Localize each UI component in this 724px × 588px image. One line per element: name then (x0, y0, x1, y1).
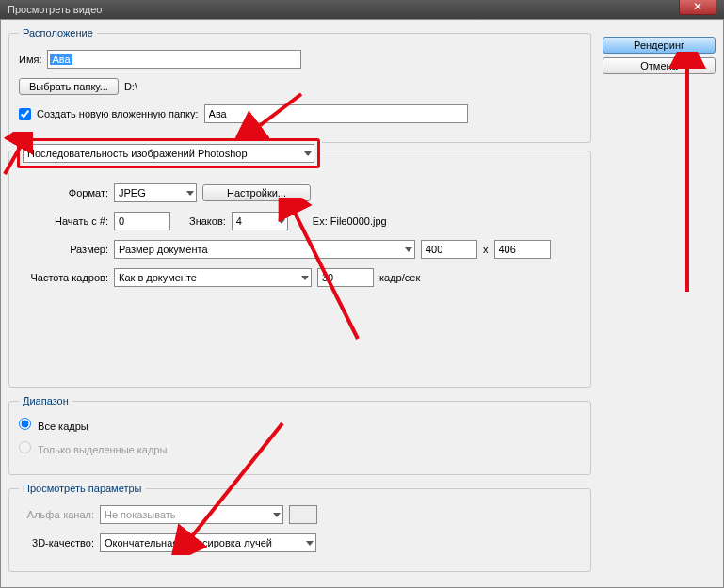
alpha-extra (289, 505, 317, 524)
start-label: Начать с #: (19, 215, 108, 227)
format-select[interactable]: JPEG (114, 183, 197, 202)
range-legend: Диапазон (19, 395, 72, 406)
output-type-select[interactable]: Последовательность изображений Photoshop (23, 144, 314, 163)
chevron-down-icon (304, 151, 312, 156)
quality-select[interactable]: Окончательная трассировка лучей (100, 533, 316, 552)
chevron-down-icon (186, 191, 194, 196)
selected-frames-radio-label: Только выделенные кадры (19, 441, 167, 455)
preview-group: Просмотреть параметры Альфа-канал: Не по… (8, 483, 591, 572)
format-label: Формат: (19, 187, 108, 199)
example-label: Ex: File0000.jpg (313, 215, 387, 227)
alpha-label: Альфа-канал: (19, 509, 94, 520)
fps-label: Частота кадров: (19, 272, 108, 283)
name-label: Имя: (19, 54, 41, 65)
create-subfolder-label: Создать новую вложенную папку: (37, 108, 199, 119)
window-title: Просмотреть видео (8, 4, 102, 15)
choose-folder-button[interactable]: Выбрать папку... (19, 78, 119, 95)
digits-label: Знаков: (189, 215, 226, 227)
titlebar: Просмотреть видео ✕ (0, 0, 724, 19)
start-input[interactable] (114, 212, 170, 230)
fps-select[interactable]: Как в документе (114, 268, 312, 287)
chevron-down-icon (273, 513, 281, 517)
settings-button[interactable]: Настройки... (202, 184, 311, 201)
chevron-down-icon (405, 247, 412, 252)
digits-select[interactable]: 4 (232, 212, 288, 230)
render-button[interactable]: Рендеринг (603, 37, 716, 54)
alpha-select: Не показывать (100, 505, 283, 524)
create-subfolder-checkbox[interactable] (19, 108, 31, 120)
all-frames-radio[interactable] (19, 418, 31, 430)
fps-unit-label: кадр/сек (379, 272, 420, 283)
width-input[interactable] (421, 240, 477, 259)
format-group: Последовательность изображений Photoshop… (8, 151, 591, 388)
range-group: Диапазон Все кадры Только выделенные кад… (8, 395, 591, 475)
selected-frames-radio (19, 441, 31, 453)
preview-legend: Просмотреть параметры (19, 483, 146, 494)
path-label: D:\ (124, 81, 137, 92)
x-label: x (483, 244, 489, 255)
quality-label: 3D-качество: (19, 537, 94, 548)
chevron-down-icon (278, 219, 285, 224)
size-select[interactable]: Размер документа (114, 240, 415, 259)
location-group: Расположение Имя: Ава Выбрать папку... D… (8, 27, 591, 143)
name-input[interactable]: Ава (47, 50, 301, 69)
close-button[interactable]: ✕ (679, 0, 716, 15)
height-input[interactable] (494, 240, 551, 259)
chevron-down-icon (306, 541, 314, 546)
subfolder-input[interactable] (204, 104, 468, 123)
size-label: Размер: (19, 244, 108, 255)
fps-input[interactable] (317, 268, 374, 287)
location-legend: Расположение (19, 27, 97, 39)
cancel-button[interactable]: Отмена (603, 57, 716, 74)
all-frames-radio-label[interactable]: Все кадры (19, 418, 88, 432)
chevron-down-icon (301, 276, 309, 280)
